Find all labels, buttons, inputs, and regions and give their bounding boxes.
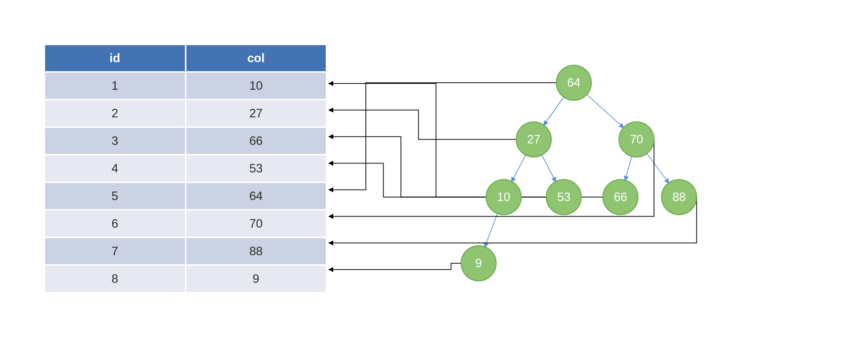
cell-col: 27 [185, 100, 326, 127]
table-row: 670 [45, 210, 326, 238]
mapping-arrows [329, 83, 697, 270]
cell-col: 64 [185, 183, 326, 210]
tree-edges [485, 94, 669, 247]
tree-edge [485, 213, 498, 247]
mapping-arrow [329, 137, 603, 198]
table-row: 453 [45, 155, 326, 183]
table-row: 110 [45, 72, 326, 100]
tree-edge [542, 154, 556, 182]
table-header-row: id col [45, 45, 326, 72]
cell-id: 4 [45, 155, 185, 183]
mapping-arrow [329, 197, 697, 243]
mapping-arrow [329, 263, 462, 270]
mapping-arrow [329, 163, 547, 198]
tree-node-53: 53 [546, 179, 582, 215]
tree-edge [512, 154, 526, 182]
tree-edge [544, 97, 564, 126]
cell-id: 6 [45, 210, 185, 238]
table-header-id: id [45, 45, 185, 72]
tree-node-66: 66 [602, 179, 638, 215]
cell-col: 9 [185, 265, 326, 292]
tree-node-70: 70 [618, 121, 655, 157]
table-row: 227 [45, 100, 326, 127]
tree-edge [625, 156, 632, 181]
tree-edge [586, 94, 624, 128]
table-row: 564 [45, 183, 326, 210]
cell-id: 8 [45, 265, 185, 292]
mapping-arrow [329, 139, 654, 217]
cell-id: 7 [45, 238, 185, 265]
cell-col: 53 [185, 155, 326, 183]
tree-node-9: 9 [461, 245, 497, 281]
cell-col: 10 [185, 72, 326, 100]
table-row: 89 [45, 265, 326, 292]
mapping-arrow [329, 84, 487, 198]
cell-id: 2 [45, 100, 185, 127]
cell-id: 1 [45, 72, 185, 100]
cell-id: 3 [45, 127, 185, 155]
mapping-arrow [329, 110, 517, 140]
table-row: 788 [45, 238, 326, 265]
cell-col: 66 [185, 127, 326, 155]
tree-node-64: 64 [556, 65, 592, 101]
tree-node-10: 10 [486, 179, 522, 215]
cell-col: 88 [185, 238, 326, 265]
data-table: id col 110 227 366 453 564 670 788 89 [45, 45, 326, 292]
table-header-col: col [185, 45, 326, 72]
table-row: 366 [45, 127, 326, 155]
mapping-arrow [329, 83, 557, 190]
cell-col: 70 [185, 210, 326, 238]
cell-id: 5 [45, 183, 185, 210]
tree-edge [646, 153, 669, 183]
tree-node-88: 88 [661, 179, 697, 215]
tree-node-27: 27 [516, 121, 552, 157]
